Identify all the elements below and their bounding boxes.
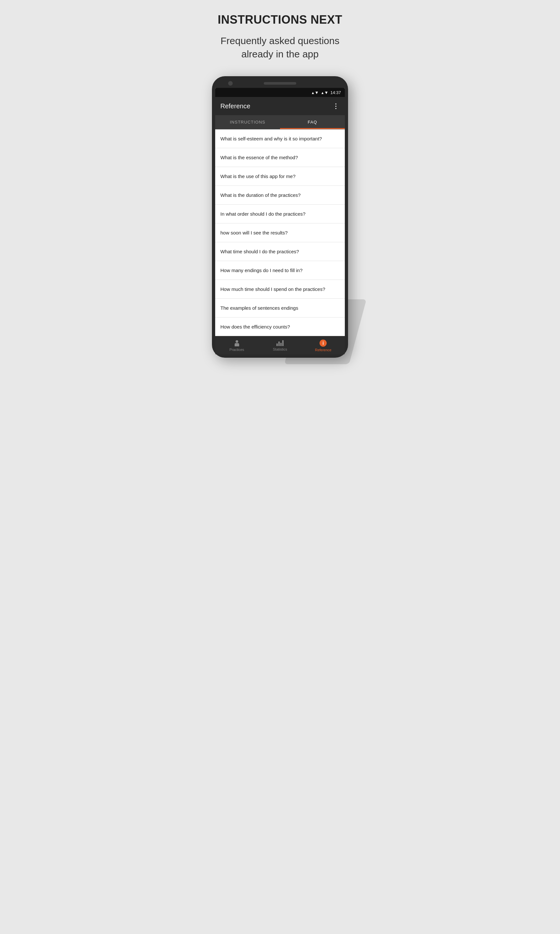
nav-practices[interactable]: Practices: [215, 336, 258, 354]
phone-speaker: [264, 82, 296, 85]
page-subtitle: Frequently asked questionsalready in the…: [221, 34, 340, 61]
signal-icon: ▼: [321, 90, 329, 95]
phone-camera: [228, 81, 233, 86]
nav-statistics[interactable]: Statistics: [258, 336, 302, 354]
nav-reference-label: Reference: [315, 348, 332, 352]
tab-instructions[interactable]: INSTRUCTIONS: [215, 115, 280, 129]
nav-reference[interactable]: i Reference: [302, 336, 345, 354]
status-bar: ▼ ▼ 14:37: [215, 88, 345, 97]
faq-item[interactable]: What is the use of this app for me?: [215, 167, 345, 186]
phone-screen: ▼ ▼ 14:37 Reference ⋮ INSTRUCTIONS FAQ: [215, 88, 345, 354]
page-wrapper: INSTRUCTIONS NEXT Frequently asked quest…: [183, 13, 377, 358]
faq-item[interactable]: How does the efficiency counts?: [215, 317, 345, 336]
faq-item[interactable]: How many endings do I need to fill in?: [215, 261, 345, 280]
faq-item[interactable]: What is self-esteem and why is it so imp…: [215, 129, 345, 148]
overflow-menu-button[interactable]: ⋮: [332, 102, 340, 110]
faq-item[interactable]: How much time should I spend on the prac…: [215, 280, 345, 299]
nav-statistics-label: Statistics: [273, 347, 287, 351]
faq-item[interactable]: What time should I do the practices?: [215, 242, 345, 261]
faq-item[interactable]: In what order should I do the practices?: [215, 205, 345, 223]
faq-item[interactable]: What is the essence of the method?: [215, 148, 345, 167]
tab-faq[interactable]: FAQ: [280, 115, 345, 129]
phone-top-bezel: [215, 81, 345, 88]
page-title: INSTRUCTIONS NEXT: [218, 13, 343, 26]
faq-item[interactable]: how soon will I see the results?: [215, 223, 345, 242]
faq-item[interactable]: The examples of sentences endings: [215, 299, 345, 317]
faq-list: What is self-esteem and why is it so imp…: [215, 129, 345, 336]
statistics-icon: [277, 340, 283, 346]
bottom-nav: Practices Statistics i Reference: [215, 336, 345, 354]
faq-item[interactable]: What is the duration of the practices?: [215, 186, 345, 205]
practices-icon: [235, 340, 239, 346]
nav-practices-label: Practices: [229, 348, 244, 351]
phone-shell: ▼ ▼ 14:37 Reference ⋮ INSTRUCTIONS FAQ: [212, 76, 348, 358]
wifi-icon: ▼: [311, 90, 319, 95]
app-bar: Reference ⋮: [215, 97, 345, 115]
reference-icon: i: [320, 339, 327, 347]
tab-bar: INSTRUCTIONS FAQ: [215, 115, 345, 129]
app-bar-title: Reference: [220, 102, 250, 110]
time-display: 14:37: [330, 90, 341, 95]
